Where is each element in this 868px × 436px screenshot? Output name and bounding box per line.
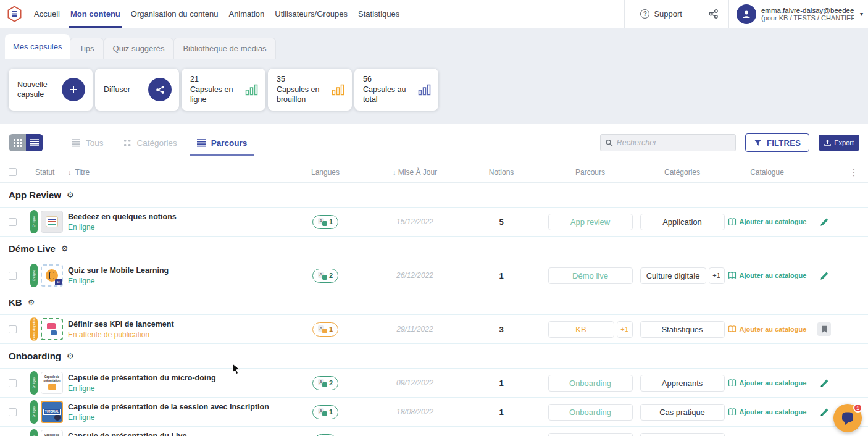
edit-icon[interactable] — [820, 217, 829, 227]
category-extra-badge[interactable]: +1 — [709, 267, 725, 284]
status-pill-label: En ligne — [32, 270, 36, 281]
tab[interactable]: Mes capsules — [5, 34, 70, 59]
tab[interactable]: Tips — [70, 38, 103, 59]
languages-badge[interactable]: 2 — [312, 269, 338, 283]
languages-badge[interactable] — [314, 434, 336, 436]
parcours-extra-badge[interactable]: +1 — [617, 321, 633, 338]
bookmark-icon[interactable] — [817, 322, 831, 336]
add-to-catalogue-link[interactable]: Ajouter au catalogue — [728, 325, 807, 333]
languages-badge[interactable]: 1 — [312, 215, 338, 229]
share-icon[interactable] — [698, 9, 728, 19]
add-to-catalogue-link[interactable]: Ajouter au catalogue — [728, 379, 807, 387]
languages-badge[interactable]: 1 — [312, 322, 338, 337]
edit-icon[interactable] — [820, 408, 829, 417]
updated-date: 15/12/2022 — [369, 217, 461, 226]
book-icon — [728, 218, 737, 225]
summary-card[interactable]: 21 Capsules en ligne — [182, 69, 265, 111]
row-checkbox[interactable] — [9, 325, 17, 333]
summary-card[interactable]: 56 Capsules au total — [354, 69, 438, 111]
capsule-thumbnail[interactable]: Capsule de présentation — [41, 372, 63, 394]
user-context: (pour KB / TESTS / CHANTIER — [761, 14, 854, 22]
column-statut[interactable]: Statut — [27, 168, 65, 177]
summary-card[interactable]: 35 Capsules en brouillon — [268, 69, 352, 111]
list-view-button[interactable] — [26, 134, 43, 151]
nav-item[interactable]: Organisation du contenu — [131, 0, 219, 28]
capsule-thumbnail[interactable]: Capsule de présentation — [41, 430, 63, 436]
column-catalogue[interactable]: Catalogue — [725, 168, 809, 177]
user-menu[interactable]: emma.faivre-daisay@beedee... (pour KB / … — [729, 4, 868, 24]
column-langues[interactable]: Langues — [282, 168, 369, 177]
row-checkbox[interactable] — [9, 218, 17, 226]
parcours-button[interactable]: App review — [548, 214, 633, 230]
languages-badge[interactable]: 2 — [312, 376, 338, 390]
parcours-button[interactable] — [548, 433, 633, 436]
filter-tab[interactable]: Tous — [72, 138, 104, 148]
category-button[interactable]: Apprenants — [640, 375, 725, 392]
column-titre[interactable]: ↓Titre — [65, 168, 282, 177]
gear-icon[interactable]: ⚙ — [28, 298, 35, 307]
edit-icon[interactable] — [820, 271, 829, 280]
gear-icon[interactable]: ⚙ — [67, 351, 74, 361]
capsule-thumbnail[interactable] — [41, 211, 63, 233]
column-categories[interactable]: Catégories — [639, 168, 725, 177]
capsule-thumbnail[interactable] — [41, 318, 63, 340]
column-mise-a-jour[interactable]: ↓ Mise À Jour — [369, 168, 461, 177]
parcours-button[interactable]: KB — [548, 321, 614, 338]
row-checkbox[interactable] — [9, 408, 17, 416]
nav-item[interactable]: Mon contenu — [70, 0, 120, 28]
add-to-catalogue-link[interactable]: Ajouter au catalogue — [728, 408, 807, 416]
category-button[interactable] — [640, 433, 725, 436]
column-parcours[interactable]: Parcours — [541, 168, 639, 177]
thumbnail-text: Capsule de présentation — [42, 375, 62, 382]
nav-item[interactable]: Accueil — [34, 0, 60, 28]
capsule-title[interactable]: Définir ses KPI de lancement — [68, 320, 276, 329]
add-to-catalogue-link[interactable]: Ajouter au catalogue — [728, 272, 807, 279]
row-checkbox[interactable] — [9, 272, 17, 280]
parcours-button[interactable]: Démo live — [548, 267, 633, 284]
capsule-thumbnail[interactable]: TUTORIAL — [41, 401, 63, 423]
tab[interactable]: Bibliothèque de médias — [173, 38, 275, 59]
category-button[interactable]: Statistiques — [640, 321, 725, 338]
nav-item-label: Statistiques — [358, 9, 399, 19]
filters-button[interactable]: FILTRES — [745, 133, 809, 152]
category-button[interactable]: Culture digitale — [640, 267, 706, 284]
grid-icon — [14, 139, 22, 147]
card-count: 35 — [277, 75, 326, 83]
export-button[interactable]: Export — [819, 135, 859, 151]
search-input[interactable] — [617, 138, 730, 147]
chat-widget-button[interactable]: 1 — [833, 404, 862, 432]
chart-icon — [418, 84, 431, 96]
tab[interactable]: Quiz suggérés — [104, 38, 174, 59]
select-all-checkbox[interactable] — [9, 168, 17, 176]
row-checkbox[interactable] — [9, 379, 17, 387]
filter-tab[interactable]: Catégories — [123, 138, 177, 148]
nav-item[interactable]: Utilisateurs/Groupes — [275, 0, 348, 28]
parcours-button[interactable]: Onboarding — [548, 404, 633, 421]
gear-icon[interactable]: ⚙ — [61, 244, 69, 253]
nav-item[interactable]: Statistiques — [358, 0, 399, 28]
edit-icon[interactable] — [820, 379, 829, 388]
nav-item[interactable]: Animation — [228, 0, 264, 28]
column-menu-icon[interactable]: ⋮ — [840, 167, 868, 178]
capsule-thumbnail[interactable] — [41, 264, 63, 287]
filter-tab[interactable]: Parcours — [197, 138, 248, 148]
capsule-title[interactable]: Capsule de présentation de la session av… — [68, 403, 276, 411]
capsule-title[interactable]: Quiz sur le Mobile Learning — [68, 266, 276, 275]
capsule-title[interactable]: Beedeez en quelques notions — [68, 212, 276, 221]
translate-icon — [318, 408, 327, 416]
category-button[interactable]: Application — [640, 214, 725, 230]
support-button[interactable]: ? Support — [625, 0, 698, 28]
summary-card[interactable]: Diffuser — [95, 69, 179, 111]
grid-view-button[interactable] — [9, 134, 26, 151]
parcours-button[interactable]: Onboarding — [548, 375, 633, 392]
languages-badge[interactable]: 1 — [312, 405, 338, 419]
summary-card[interactable]: Nouvelle capsule — [9, 69, 93, 111]
capsule-title[interactable]: Capsule de présentation du Live — [68, 432, 276, 436]
capsule-title[interactable]: Capsule de présentation du micro-doing — [68, 374, 276, 382]
column-notions[interactable]: Notions — [461, 168, 541, 177]
top-navbar: AccueilMon contenuOrganisation du conten… — [0, 0, 868, 28]
gear-icon[interactable]: ⚙ — [67, 190, 74, 199]
category-button[interactable]: Cas pratique — [640, 404, 725, 421]
add-to-catalogue-link[interactable]: Ajouter au catalogue — [728, 218, 807, 225]
plus-icon — [69, 85, 78, 94]
